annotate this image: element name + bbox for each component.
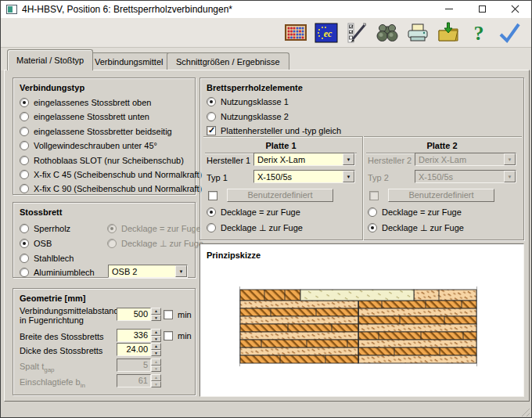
radio-sperrholz[interactable]: Sperrholz — [20, 223, 70, 234]
save-button[interactable] — [436, 20, 460, 45]
search-button[interactable] — [375, 20, 399, 45]
field-value[interactable]: 24.00 — [117, 343, 151, 356]
radio-stossbrett-unten[interactable]: eingelassene Stossbrett unten — [20, 111, 149, 122]
radio-rothoblaas-slot[interactable]: Rothoblaas SLOT (nur Scheibenschub) — [20, 155, 184, 166]
osb-type-dropdown[interactable]: OSB 2 — [108, 265, 188, 278]
radio-label: Decklage = zur Fuge — [382, 207, 462, 217]
radio-stossbretter-beidseitig[interactable]: eingelassene Stossbretter beidseitig — [20, 126, 172, 137]
close-button[interactable] — [498, 1, 531, 17]
typ1-dropdown[interactable]: X-150/5s — [253, 170, 355, 183]
print-button[interactable] — [405, 20, 430, 45]
checkbox-icon — [207, 126, 216, 135]
tab-material-stosstyp[interactable]: Material / Stoßtyp — [7, 49, 93, 70]
group-title: Verbindungstyp — [20, 83, 84, 92]
radio-osb[interactable]: OSB — [20, 238, 52, 249]
check-edit-button[interactable] — [344, 20, 368, 45]
dicke-input[interactable]: 24.00 ▲▼ — [117, 343, 161, 356]
dropdown-value: OSB 2 — [109, 267, 175, 276]
tab-label: Material / Stoßtyp — [16, 56, 84, 65]
radio-icon — [20, 254, 29, 263]
tab-verbindungsmittel[interactable]: Verbindungsmittel — [85, 52, 172, 70]
benutzerdefiniert1-button[interactable]: Benutzerdefiniert — [227, 189, 333, 202]
svg-text:?: ? — [473, 22, 483, 45]
spin-down-icon[interactable]: ▼ — [151, 350, 161, 357]
radio-label: Nutzungsklasse 2 — [221, 112, 289, 121]
checkbox-hersteller-gleich[interactable]: Plattenhersteller und -typ gleich — [207, 125, 341, 136]
confirm-button[interactable] — [497, 20, 521, 45]
eurocode-button[interactable]: ec — [314, 20, 338, 45]
spin-down-icon[interactable]: ▼ — [151, 315, 161, 322]
chevron-down-icon[interactable] — [343, 171, 354, 182]
field-value: 61 — [117, 374, 151, 387]
help-button[interactable]: ? — [466, 20, 491, 45]
checkbox-label: Plattenhersteller und -typ gleich — [221, 126, 341, 135]
calculate-button[interactable] — [283, 20, 307, 45]
radio-icon — [20, 184, 29, 193]
spinner: ▲▼ — [151, 374, 161, 387]
spin-up-icon[interactable]: ▲ — [151, 343, 161, 350]
status-bar — [1, 402, 531, 418]
radio-icon — [20, 239, 29, 248]
maximize-button[interactable] — [466, 1, 498, 17]
radio-xfix-c90[interactable]: X-fix C 90 (Scheibenschub und Normalkraf… — [20, 183, 202, 194]
tab-schnittgroessen-ergebnisse[interactable]: Schnittgrößen / Ergebnisse — [167, 52, 289, 70]
field-value[interactable]: 336 — [117, 329, 151, 342]
spin-down-icon[interactable]: ▼ — [151, 336, 161, 343]
radio-nutzungsklasse-2[interactable]: Nutzungsklasse 2 — [207, 111, 289, 122]
checkbox-icon — [164, 310, 173, 319]
toolbar: ec — [1, 18, 531, 48]
radio-label: Decklage = zur Fuge — [121, 224, 201, 233]
resize-grip[interactable] — [519, 406, 530, 416]
radio-icon — [20, 268, 29, 277]
group-title: Stossbrett — [20, 207, 62, 217]
chevron-down-icon[interactable] — [175, 265, 187, 277]
radio-decklage1-senkrecht[interactable]: Decklage ⊥ zur Fuge — [207, 222, 303, 233]
prinzipskizze-panel: Prinzipskizze — [200, 243, 524, 397]
hersteller1-dropdown[interactable]: Derix X-Lam — [253, 153, 355, 166]
radio-icon — [20, 141, 29, 150]
benutzerdefiniert1-checkbox[interactable] — [208, 190, 217, 201]
tab-label: Verbindungsmittel — [95, 57, 163, 67]
radio-icon — [207, 112, 216, 121]
spin-down-icon: ▼ — [151, 366, 161, 373]
radio-label: X-fix C 90 (Scheibenschub und Normalkraf… — [34, 184, 202, 193]
radio-icon — [20, 98, 29, 107]
folder-download-icon — [437, 21, 460, 45]
chevron-down-icon — [504, 153, 516, 165]
radio-stahlblech[interactable]: Stahlblech — [20, 253, 74, 264]
spin-down-icon: ▼ — [151, 381, 161, 388]
radio-xfix-c45[interactable]: X-fix C 45 (Scheibenschub und Normalkraf… — [20, 169, 202, 180]
group-title: Brettsperrholzelemente — [207, 83, 303, 92]
radio-decklage2-senkrecht[interactable]: Decklage ⊥ zur Fuge — [368, 222, 464, 233]
radio-label: Nutzungsklasse 1 — [221, 97, 289, 106]
maximize-icon — [479, 5, 486, 13]
benutzerdefiniert2-button[interactable]: Benutzerdefiniert — [388, 189, 494, 202]
radio-nutzungsklasse-1[interactable]: Nutzungsklasse 1 — [207, 96, 289, 107]
binoculars-icon — [376, 21, 399, 45]
spin-up-icon[interactable]: ▲ — [151, 308, 161, 315]
spin-up-icon[interactable]: ▲ — [151, 329, 161, 336]
minimize-button[interactable] — [433, 1, 466, 17]
radio-stossbrett-oben[interactable]: eingelassenes Stossbrett oben — [20, 97, 151, 108]
radio-label: X-fix C 45 (Scheibenschub und Normalkraf… — [34, 170, 202, 179]
field-label: in Fugenrichtung — [20, 315, 84, 325]
group-stossbrett: Stossbrett Sperrholz OSB Stahlblech Alum… — [13, 202, 196, 278]
breite-min-checkbox[interactable]: min — [164, 330, 192, 341]
radio-label: Decklage = zur Fuge — [221, 207, 300, 217]
radio-aluminiumblech[interactable]: Aluminiumblech — [20, 267, 95, 278]
abstand-input[interactable]: 500 ▲▼ — [117, 308, 161, 321]
group-geometrie: Geometrie [mm] Verbindungsmittelabstand … — [13, 288, 196, 395]
chevron-down-icon — [504, 171, 516, 182]
field-label: Spalt tgap — [20, 362, 55, 373]
radio-label: Rothoblaas SLOT (nur Scheibenschub) — [34, 156, 184, 165]
radio-decklage1-parallel[interactable]: Decklage = zur Fuge — [207, 207, 300, 218]
breite-input[interactable]: 336 ▲▼ — [117, 329, 161, 342]
question-mark-icon: ? — [467, 21, 491, 45]
abstand-min-checkbox[interactable]: min — [164, 309, 192, 320]
radio-decklage2-parallel[interactable]: Decklage = zur Fuge — [368, 207, 462, 218]
radio-vollgewindeschrauben[interactable]: Vollgewindeschrauben unter 45° — [20, 140, 157, 151]
spinner: ▲▼ — [151, 359, 161, 372]
chevron-down-icon[interactable] — [343, 153, 354, 165]
dropdown-value: X-150/5s — [415, 172, 504, 182]
field-value[interactable]: 500 — [117, 308, 151, 321]
